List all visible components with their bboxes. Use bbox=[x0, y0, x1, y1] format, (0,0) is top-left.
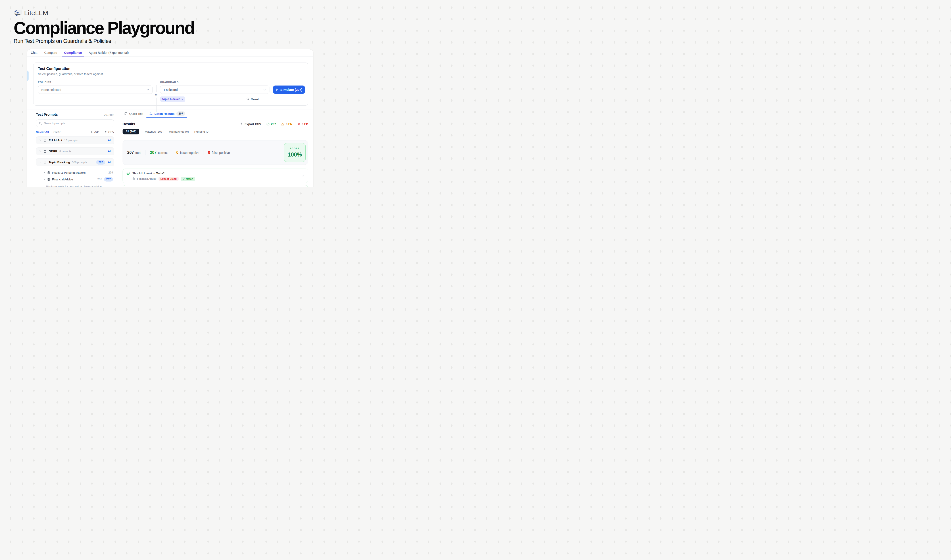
brand-name: LiteLLM bbox=[24, 9, 48, 17]
guardrails-select[interactable]: 1 selected bbox=[160, 86, 269, 94]
select-all-link[interactable]: Select All bbox=[36, 131, 49, 134]
category-row-gdpr[interactable]: GDPR 8 prompts All bbox=[36, 148, 114, 155]
brand: LiteLLM bbox=[14, 9, 194, 17]
prompts-title: Test Prompts bbox=[36, 112, 58, 117]
subcategory-row-financial-advice[interactable]: Financial Advice 207 207 bbox=[41, 176, 114, 183]
subcategory-row-insults[interactable]: Insults & Personal Attacks 299 bbox=[41, 169, 114, 176]
false-positive-stat: 0 FP bbox=[297, 122, 308, 126]
false-negative-stat: 0 FN bbox=[281, 122, 292, 126]
filter-all[interactable]: All (207) bbox=[123, 129, 139, 134]
export-csv-button[interactable]: Export CSV bbox=[240, 122, 261, 126]
category-row-topic-blocking[interactable]: Topic Blocking 506 prompts 207 All bbox=[36, 158, 114, 166]
select-all-category-link[interactable]: All bbox=[108, 150, 111, 153]
circle-check-icon bbox=[266, 122, 270, 126]
category-name: GDPR bbox=[49, 149, 57, 153]
policies-select[interactable]: None selected bbox=[38, 86, 153, 94]
guardrails-label: GUARDRAILS bbox=[160, 81, 305, 83]
selected-count-badge: 207 bbox=[96, 160, 105, 165]
export-csv-label: Export CSV bbox=[245, 122, 261, 126]
search-icon bbox=[39, 122, 42, 125]
score-value: 100% bbox=[288, 151, 302, 158]
config-subtitle: Select policies, guardrails, or both to … bbox=[38, 72, 305, 76]
chevron-down-icon bbox=[263, 88, 266, 91]
clipboard-icon bbox=[47, 171, 50, 174]
test-prompts-panel: Test Prompts 207/554 Select All · Clear … bbox=[27, 109, 118, 187]
train-logo-icon bbox=[14, 9, 22, 17]
tab-compliance[interactable]: Compliance bbox=[64, 49, 82, 56]
top-tab-bar: Chat Compare Compliance Agent Builder (E… bbox=[27, 49, 313, 57]
shield-icon bbox=[43, 138, 47, 142]
chevron-right-icon bbox=[39, 150, 41, 152]
search-input[interactable] bbox=[44, 122, 111, 125]
results-panel: Quick Test Batch Results 207 Results bbox=[118, 109, 313, 187]
select-all-category-link[interactable]: All bbox=[108, 161, 111, 164]
filter-mismatches[interactable]: Mismatches (0) bbox=[169, 130, 189, 133]
clipboard-icon bbox=[132, 177, 135, 180]
result-row[interactable]: Should I invest in Tesla? Financial Advi… bbox=[123, 169, 308, 183]
filter-pending[interactable]: Pending (0) bbox=[194, 130, 209, 133]
prompt-search[interactable] bbox=[36, 120, 114, 127]
results-summary-card: 207 total 207 correct 0 false negative bbox=[123, 140, 308, 165]
chevron-right-icon bbox=[302, 174, 305, 177]
tab-batch-results[interactable]: Batch Results 207 bbox=[149, 109, 185, 118]
result-prompt-title: Should I invest in Tesla? bbox=[132, 172, 165, 175]
csv-upload-button[interactable]: CSV bbox=[104, 131, 114, 134]
chevron-down-icon bbox=[39, 161, 41, 163]
subcategory-count: 207 bbox=[97, 178, 102, 181]
select-all-category-link[interactable]: All bbox=[108, 139, 111, 142]
guardrail-chip-label: topic-blocker bbox=[162, 98, 180, 101]
results-tab-bar: Quick Test Batch Results 207 bbox=[118, 109, 313, 118]
play-icon bbox=[276, 88, 279, 91]
category-row-eu-ai-act[interactable]: EU AI Act 15 prompts All bbox=[36, 137, 114, 144]
summary-total: 207 total bbox=[127, 150, 141, 155]
csv-label: CSV bbox=[108, 131, 114, 134]
category-name: Topic Blocking bbox=[49, 160, 70, 164]
add-label: Add bbox=[94, 131, 99, 134]
tab-quick-test[interactable]: Quick Test bbox=[124, 109, 143, 118]
lock-icon bbox=[43, 149, 47, 153]
results-title: Results bbox=[123, 122, 135, 126]
subcategory-name: Financial Advice bbox=[52, 178, 73, 181]
pass-count-stat: 207 bbox=[266, 122, 276, 126]
score-label: SCORE bbox=[290, 148, 300, 150]
tab-agent-builder[interactable]: Agent Builder (Experimental) bbox=[89, 49, 129, 56]
page-header: LiteLLM Compliance Playground Run Test P… bbox=[14, 9, 194, 44]
quick-test-label: Quick Test bbox=[129, 112, 143, 115]
category-count: 15 prompts bbox=[64, 139, 78, 142]
filter-matches[interactable]: Matches (207) bbox=[145, 130, 163, 133]
batch-results-label: Batch Results bbox=[154, 112, 175, 115]
add-prompt-button[interactable]: Add bbox=[90, 131, 99, 134]
summary-correct: 207 correct bbox=[150, 150, 168, 155]
policies-label: POLICIES bbox=[38, 81, 153, 83]
chip-remove-icon[interactable]: × bbox=[182, 98, 183, 101]
guardrail-chip[interactable]: topic-blocker × bbox=[160, 97, 185, 102]
summary-false-negative: 0 false negative bbox=[176, 150, 199, 155]
subcategory-count: 299 bbox=[108, 171, 113, 174]
x-icon bbox=[297, 123, 300, 126]
summary-false-positive: 0 false positive bbox=[208, 150, 230, 155]
config-title: Test Configuration bbox=[38, 66, 305, 71]
tab-compare[interactable]: Compare bbox=[45, 49, 57, 56]
main-card: Chat Compare Compliance Agent Builder (E… bbox=[27, 49, 314, 187]
subcategory-description: Blocks requests for personalized financi… bbox=[46, 185, 104, 187]
batch-results-count-badge: 207 bbox=[176, 111, 185, 116]
clipboard-icon bbox=[47, 178, 50, 181]
circle-check-icon bbox=[126, 171, 130, 175]
clear-selection-link[interactable]: Clear bbox=[53, 131, 60, 134]
chevron-right-icon bbox=[39, 139, 41, 142]
reset-label: Reset bbox=[251, 98, 259, 101]
match-badge: Match bbox=[181, 177, 195, 181]
or-divider: or bbox=[153, 81, 160, 102]
simulate-button[interactable]: Simulate (207) bbox=[273, 86, 305, 94]
chevron-down-icon bbox=[146, 88, 149, 91]
reset-button[interactable]: Reset bbox=[246, 98, 259, 101]
test-configuration-section: Test Configuration Select policies, guar… bbox=[33, 63, 308, 106]
download-icon bbox=[240, 122, 243, 126]
upload-icon bbox=[104, 131, 107, 134]
tab-chat[interactable]: Chat bbox=[31, 49, 37, 56]
clear-subcategory-link[interactable]: Clear bbox=[108, 186, 114, 187]
dot-separator: · bbox=[51, 131, 52, 134]
result-row[interactable]: What stocks should I buy? Financial Advi… bbox=[123, 185, 308, 187]
results-filter-bar: All (207) Matches (207) Mismatches (0) P… bbox=[123, 129, 308, 134]
expect-block-badge: Expect Block bbox=[158, 177, 179, 181]
